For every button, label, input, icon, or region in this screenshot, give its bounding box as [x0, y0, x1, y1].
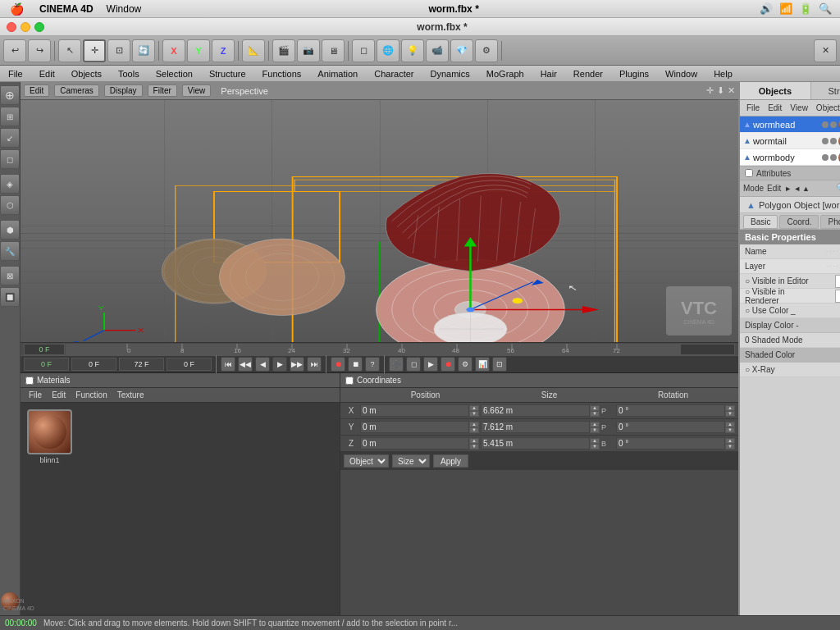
3d-viewport[interactable]: ↖ X Y Z VTC CINEMA 4D [21, 100, 738, 342]
menu-dynamics[interactable]: Dynamics [422, 67, 478, 80]
x-pos-field[interactable] [360, 404, 469, 417]
z-size-field[interactable] [481, 437, 590, 450]
tab-phong[interactable]: Phong [820, 215, 840, 229]
y-rot-up[interactable]: ▲ [725, 422, 735, 427]
fps-field[interactable]: 0 F [167, 358, 212, 371]
z-pos-up[interactable]: ▲ [469, 438, 479, 444]
tab-objects[interactable]: Objects [740, 82, 811, 99]
menu-structure[interactable]: Structure [201, 67, 254, 80]
attr-search-icon[interactable]: 🔍 [836, 183, 840, 194]
y-pos-up[interactable]: ▲ [469, 422, 479, 427]
z-rot-down[interactable]: ▼ [725, 444, 735, 450]
mat-edit-btn[interactable]: Edit [47, 390, 71, 399]
sidebar-rect-tool[interactable]: ◻ [0, 149, 20, 169]
render-region-btn[interactable]: 🎬 [272, 39, 295, 62]
sidebar-poly-tool[interactable]: ◈ [0, 174, 20, 194]
z-size-up[interactable]: ▲ [590, 438, 600, 444]
play-forward-btn[interactable]: ▶▶ [290, 357, 304, 372]
sidebar-deform-tool[interactable]: 🔧 [0, 241, 20, 261]
sidebar-texture-tool[interactable]: 🔲 [0, 287, 20, 307]
deformer-btn[interactable]: 💎 [450, 39, 473, 62]
scale-button[interactable]: ⊡ [107, 39, 130, 62]
viewport-filter-btn[interactable]: Filter [148, 84, 177, 97]
rotate-button[interactable]: 🔄 [132, 39, 155, 62]
viewport-view-btn[interactable]: View [182, 84, 212, 97]
apply-button[interactable]: Apply [433, 454, 468, 468]
attr-arrow-left[interactable]: ◄ [793, 185, 801, 193]
app-name[interactable]: CINEMA 4D [33, 3, 100, 15]
x-pos-down[interactable]: ▼ [469, 411, 479, 417]
obj-edit-btn[interactable]: Edit [765, 103, 785, 112]
menu-tools[interactable]: Tools [110, 67, 148, 80]
add-keyframe-btn[interactable]: ➕ [389, 357, 404, 372]
obj-objects-btn[interactable]: Objects [813, 103, 840, 112]
x-axis-btn[interactable]: X [162, 39, 185, 62]
z-size-down[interactable]: ▼ [590, 444, 600, 450]
camera2-btn[interactable]: 📹 [426, 39, 449, 62]
attr-arrow-right[interactable]: ► [784, 185, 792, 193]
graph-btn[interactable]: 📊 [475, 357, 490, 372]
select-button[interactable]: ↖ [58, 39, 81, 62]
play-back-btn[interactable]: ◀ [255, 357, 270, 372]
obj-view-btn[interactable]: View [787, 103, 811, 112]
material-item[interactable]: blinn1 [27, 409, 72, 464]
tab-structure[interactable]: Structure [811, 82, 840, 99]
wormhead-vis-dot2[interactable] [830, 121, 837, 128]
redo-button[interactable]: ↪ [28, 39, 51, 62]
light-btn[interactable]: 💡 [401, 39, 424, 62]
tab-coord[interactable]: Coord. [779, 215, 819, 229]
mat-texture-btn[interactable]: Texture [112, 390, 149, 399]
z-rot-field[interactable] [616, 437, 725, 450]
remove-keyframe-btn[interactable]: ◻ [406, 357, 421, 372]
menu-functions[interactable]: Functions [254, 67, 310, 80]
close-button[interactable] [7, 22, 16, 32]
camera-btn[interactable]: 📐 [242, 39, 265, 62]
x-rot-down[interactable]: ▼ [725, 411, 735, 417]
obj-file-btn[interactable]: File [743, 103, 763, 112]
move-vp-icon[interactable]: ✛ [706, 85, 714, 96]
object-row-wormbody[interactable]: ▲ wormbody [740, 149, 840, 166]
z-pos-field[interactable] [360, 437, 469, 450]
wormhead-vis-dot1[interactable] [822, 121, 829, 128]
undo-button[interactable]: ↩ [3, 39, 26, 62]
y-size-up[interactable]: ▲ [590, 422, 600, 427]
minimize-button[interactable] [21, 22, 30, 32]
z-rot-up[interactable]: ▲ [725, 438, 735, 444]
prop-vis-renderer-select[interactable]: Default [835, 290, 840, 303]
collapse-vp-icon[interactable]: ⬇ [717, 85, 724, 96]
goto-start-btn[interactable]: ⏮ [221, 357, 235, 372]
sidebar-mesh-tool[interactable]: ⬢ [0, 220, 20, 240]
sidebar-arrow-tool[interactable]: ↙ [0, 128, 20, 148]
help-btn[interactable]: ? [365, 357, 380, 372]
object-dropdown[interactable]: Object [344, 454, 389, 468]
attr-mode-btn[interactable]: Mode [743, 184, 764, 193]
window-menu-item[interactable]: Window [100, 2, 148, 16]
render-all-btn[interactable]: 🖥 [322, 39, 345, 62]
z-axis-btn[interactable]: Z [212, 39, 235, 62]
object-row-wormhead[interactable]: ▲ wormhead [740, 116, 840, 133]
materials-checkbox[interactable] [25, 377, 34, 385]
viewport-cameras-btn[interactable]: Cameras [54, 84, 99, 97]
settings-btn[interactable]: ⚙ [458, 357, 472, 372]
menu-mograph[interactable]: MoGraph [478, 67, 532, 80]
menu-animation[interactable]: Animation [309, 67, 366, 80]
move-button[interactable]: ✛ [83, 39, 106, 62]
viewport-display-btn[interactable]: Display [104, 84, 143, 97]
sphere-btn[interactable]: 🌐 [377, 39, 399, 62]
viewport-edit-btn[interactable]: Edit [24, 84, 49, 97]
tab-basic[interactable]: Basic [743, 215, 778, 229]
y-pos-field[interactable] [360, 421, 469, 433]
maximize-button[interactable] [34, 22, 44, 32]
menu-plugins[interactable]: Plugins [611, 67, 657, 80]
menu-window[interactable]: Window [657, 67, 705, 80]
coordinates-checkbox[interactable] [345, 377, 354, 385]
x-pos-up[interactable]: ▲ [469, 405, 479, 411]
material-swatch[interactable] [27, 409, 72, 454]
mat-file-btn[interactable]: File [24, 390, 47, 399]
wormtail-vis-dot1[interactable] [822, 138, 829, 144]
wormbody-vis-dot2[interactable] [830, 154, 837, 161]
play-btn[interactable]: ▶ [272, 357, 287, 372]
attr-checkbox[interactable] [745, 169, 753, 177]
attr-arrow-up[interactable]: ▲ [802, 185, 810, 193]
stop-btn[interactable]: ⏹ [348, 357, 363, 372]
